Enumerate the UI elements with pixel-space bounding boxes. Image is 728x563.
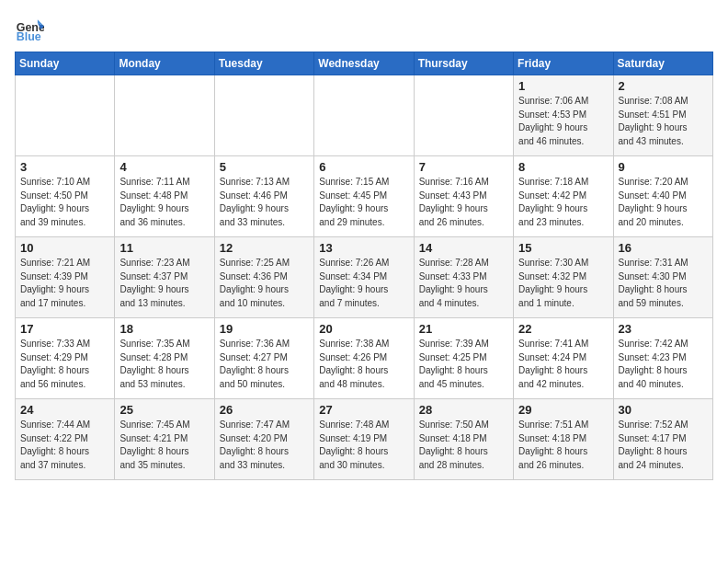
day-number: 16 [619, 241, 708, 255]
calendar-cell: 1Sunrise: 7:06 AMSunset: 4:53 PMDaylight… [514, 75, 613, 156]
calendar-cell: 9Sunrise: 7:20 AMSunset: 4:40 PMDaylight… [613, 156, 712, 237]
day-info: Sunrise: 7:11 AMSunset: 4:48 PMDaylight:… [119, 176, 209, 229]
header-monday: Monday [115, 52, 214, 75]
day-number: 24 [20, 403, 109, 417]
week-row-2: 3Sunrise: 7:10 AMSunset: 4:50 PMDaylight… [16, 156, 713, 237]
calendar-cell: 6Sunrise: 7:15 AMSunset: 4:45 PMDaylight… [314, 156, 414, 237]
day-info: Sunrise: 7:52 AMSunset: 4:17 PMDaylight:… [619, 419, 708, 472]
day-info: Sunrise: 7:35 AMSunset: 4:28 PMDaylight:… [119, 338, 209, 391]
calendar-cell: 15Sunrise: 7:30 AMSunset: 4:32 PMDayligh… [514, 237, 613, 318]
calendar-cell: 7Sunrise: 7:16 AMSunset: 4:43 PMDaylight… [414, 156, 513, 237]
calendar-cell: 12Sunrise: 7:25 AMSunset: 4:36 PMDayligh… [214, 237, 313, 318]
header-saturday: Saturday [613, 52, 712, 75]
day-number: 5 [220, 160, 309, 174]
day-number: 23 [619, 322, 708, 336]
calendar-cell [314, 75, 414, 156]
day-number: 9 [619, 160, 708, 174]
day-number: 2 [619, 79, 708, 93]
day-info: Sunrise: 7:44 AMSunset: 4:22 PMDaylight:… [20, 419, 109, 472]
day-info: Sunrise: 7:25 AMSunset: 4:36 PMDaylight:… [220, 257, 309, 310]
calendar-cell: 21Sunrise: 7:39 AMSunset: 4:25 PMDayligh… [414, 318, 513, 399]
calendar-cell: 27Sunrise: 7:48 AMSunset: 4:19 PMDayligh… [314, 399, 414, 480]
day-number: 27 [319, 403, 408, 417]
day-number: 6 [319, 160, 408, 174]
calendar-cell [214, 75, 313, 156]
calendar-cell: 20Sunrise: 7:38 AMSunset: 4:26 PMDayligh… [314, 318, 414, 399]
week-row-3: 10Sunrise: 7:21 AMSunset: 4:39 PMDayligh… [16, 237, 713, 318]
day-info: Sunrise: 7:31 AMSunset: 4:30 PMDaylight:… [619, 257, 708, 310]
day-number: 15 [518, 241, 608, 255]
calendar-cell: 5Sunrise: 7:13 AMSunset: 4:46 PMDaylight… [214, 156, 313, 237]
day-info: Sunrise: 7:08 AMSunset: 4:51 PMDaylight:… [619, 95, 708, 148]
day-number: 1 [518, 79, 608, 93]
day-number: 19 [220, 322, 309, 336]
calendar-cell: 30Sunrise: 7:52 AMSunset: 4:17 PMDayligh… [613, 399, 712, 480]
day-info: Sunrise: 7:15 AMSunset: 4:45 PMDaylight:… [319, 176, 408, 229]
calendar-cell: 16Sunrise: 7:31 AMSunset: 4:30 PMDayligh… [613, 237, 712, 318]
day-info: Sunrise: 7:47 AMSunset: 4:20 PMDaylight:… [220, 419, 309, 472]
day-info: Sunrise: 7:30 AMSunset: 4:32 PMDaylight:… [518, 257, 608, 310]
day-number: 29 [518, 403, 608, 417]
header-thursday: Thursday [414, 52, 513, 75]
svg-text:Blue: Blue [17, 30, 41, 43]
day-number: 13 [319, 241, 408, 255]
calendar-cell: 11Sunrise: 7:23 AMSunset: 4:37 PMDayligh… [115, 237, 214, 318]
day-info: Sunrise: 7:42 AMSunset: 4:23 PMDaylight:… [619, 338, 708, 391]
day-number: 22 [518, 322, 608, 336]
day-number: 11 [119, 241, 209, 255]
day-info: Sunrise: 7:28 AMSunset: 4:33 PMDaylight:… [419, 257, 508, 310]
day-info: Sunrise: 7:45 AMSunset: 4:21 PMDaylight:… [119, 419, 209, 472]
day-info: Sunrise: 7:51 AMSunset: 4:18 PMDaylight:… [518, 419, 608, 472]
day-info: Sunrise: 7:23 AMSunset: 4:37 PMDaylight:… [119, 257, 209, 310]
day-info: Sunrise: 7:33 AMSunset: 4:29 PMDaylight:… [20, 338, 109, 391]
day-number: 21 [419, 322, 508, 336]
day-info: Sunrise: 7:41 AMSunset: 4:24 PMDaylight:… [518, 338, 608, 391]
calendar-cell: 17Sunrise: 7:33 AMSunset: 4:29 PMDayligh… [16, 318, 115, 399]
day-number: 25 [119, 403, 209, 417]
calendar-cell: 19Sunrise: 7:36 AMSunset: 4:27 PMDayligh… [214, 318, 313, 399]
calendar-cell: 28Sunrise: 7:50 AMSunset: 4:18 PMDayligh… [414, 399, 513, 480]
week-row-4: 17Sunrise: 7:33 AMSunset: 4:29 PMDayligh… [16, 318, 713, 399]
calendar-cell: 8Sunrise: 7:18 AMSunset: 4:42 PMDaylight… [514, 156, 613, 237]
calendar-cell: 22Sunrise: 7:41 AMSunset: 4:24 PMDayligh… [514, 318, 613, 399]
day-number: 17 [20, 322, 109, 336]
day-number: 20 [319, 322, 408, 336]
day-number: 18 [119, 322, 209, 336]
day-info: Sunrise: 7:18 AMSunset: 4:42 PMDaylight:… [518, 176, 608, 229]
day-info: Sunrise: 7:48 AMSunset: 4:19 PMDaylight:… [319, 419, 408, 472]
calendar-cell: 23Sunrise: 7:42 AMSunset: 4:23 PMDayligh… [613, 318, 712, 399]
calendar-cell: 4Sunrise: 7:11 AMSunset: 4:48 PMDaylight… [115, 156, 214, 237]
day-number: 12 [220, 241, 309, 255]
day-info: Sunrise: 7:38 AMSunset: 4:26 PMDaylight:… [319, 338, 408, 391]
calendar-cell: 26Sunrise: 7:47 AMSunset: 4:20 PMDayligh… [214, 399, 313, 480]
day-number: 28 [419, 403, 508, 417]
calendar-cell: 14Sunrise: 7:28 AMSunset: 4:33 PMDayligh… [414, 237, 513, 318]
day-info: Sunrise: 7:13 AMSunset: 4:46 PMDaylight:… [220, 176, 309, 229]
week-row-5: 24Sunrise: 7:44 AMSunset: 4:22 PMDayligh… [16, 399, 713, 480]
calendar-cell: 3Sunrise: 7:10 AMSunset: 4:50 PMDaylight… [16, 156, 115, 237]
header-friday: Friday [514, 52, 613, 75]
calendar-cell: 13Sunrise: 7:26 AMSunset: 4:34 PMDayligh… [314, 237, 414, 318]
day-info: Sunrise: 7:50 AMSunset: 4:18 PMDaylight:… [419, 419, 508, 472]
calendar-cell: 10Sunrise: 7:21 AMSunset: 4:39 PMDayligh… [16, 237, 115, 318]
day-number: 8 [518, 160, 608, 174]
calendar-cell: 25Sunrise: 7:45 AMSunset: 4:21 PMDayligh… [115, 399, 214, 480]
day-info: Sunrise: 7:36 AMSunset: 4:27 PMDaylight:… [220, 338, 309, 391]
calendar-cell [16, 75, 115, 156]
calendar-cell [414, 75, 513, 156]
day-number: 3 [20, 160, 109, 174]
day-info: Sunrise: 7:10 AMSunset: 4:50 PMDaylight:… [20, 176, 109, 229]
page-header: General Blue [15, 15, 713, 44]
day-number: 14 [419, 241, 508, 255]
day-info: Sunrise: 7:16 AMSunset: 4:43 PMDaylight:… [419, 176, 508, 229]
day-number: 10 [20, 241, 109, 255]
header-tuesday: Tuesday [214, 52, 313, 75]
calendar-header-row: SundayMondayTuesdayWednesdayThursdayFrid… [16, 52, 713, 75]
calendar-cell: 29Sunrise: 7:51 AMSunset: 4:18 PMDayligh… [514, 399, 613, 480]
day-info: Sunrise: 7:20 AMSunset: 4:40 PMDaylight:… [619, 176, 708, 229]
day-number: 4 [119, 160, 209, 174]
logo: General Blue [15, 15, 48, 44]
day-number: 26 [220, 403, 309, 417]
calendar-cell: 18Sunrise: 7:35 AMSunset: 4:28 PMDayligh… [115, 318, 214, 399]
calendar-cell: 2Sunrise: 7:08 AMSunset: 4:51 PMDaylight… [613, 75, 712, 156]
